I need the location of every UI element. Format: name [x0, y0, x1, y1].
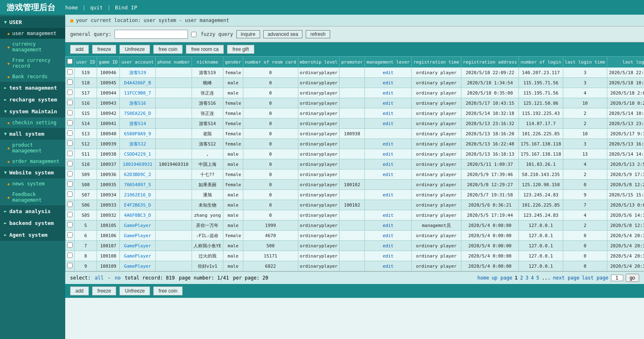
page-home-link[interactable]: home [477, 275, 489, 281]
td-account[interactable]: 62D3BD9C_2 [119, 170, 155, 180]
sidebar-item-order[interactable]: ◆ order management [0, 156, 65, 167]
td-account[interactable]: GamePlayer [119, 241, 155, 251]
td-account[interactable]: GamePlayer [119, 220, 155, 231]
edit-link[interactable]: edit [383, 111, 394, 116]
page-next-link[interactable]: next page [553, 275, 580, 281]
bottom-unfreeze-button[interactable]: Unfreeze [119, 286, 150, 295]
edit-link[interactable]: edit [383, 152, 394, 157]
sidebar-section-test[interactable]: ► test management [0, 82, 65, 94]
account-link[interactable]: GamePlayer [124, 264, 151, 269]
edit-link[interactable]: edit [383, 233, 394, 238]
td-account[interactable]: 6S80F0A9_9 [119, 129, 155, 139]
page-3[interactable]: 3 [525, 275, 528, 281]
account-link[interactable]: 4A6F0BC3_D [124, 213, 151, 218]
edit-link[interactable]: edit [383, 141, 394, 147]
account-link[interactable]: 7S0EA226_D [124, 111, 151, 116]
account-link[interactable]: 游客S19 [129, 70, 146, 75]
free-coin-button[interactable]: free coin [153, 45, 183, 54]
td-account[interactable]: 游客S14 [119, 119, 155, 129]
select-no-link[interactable]: no [115, 275, 121, 281]
td-account[interactable]: D4A4266F_B [119, 78, 155, 88]
td-account[interactable]: 11FCC9B0_7 [119, 88, 155, 98]
page-up-link[interactable]: up page [492, 275, 512, 281]
page-4[interactable]: 4 [531, 275, 534, 281]
account-link[interactable]: 游客S14 [129, 121, 146, 126]
refresh-button[interactable]: refresh [306, 30, 330, 38]
account-link[interactable]: 62D3BD9C_2 [124, 172, 151, 177]
go-button[interactable]: go [626, 274, 639, 282]
bottom-freeze-button[interactable]: freeze [92, 286, 116, 295]
sidebar-section-backend[interactable]: ► backend system [0, 217, 65, 229]
sidebar-item-free-currency-record[interactable]: ◆ Free currency record [0, 55, 65, 71]
sidebar-section-user[interactable]: ▼ USER [0, 16, 65, 28]
sidebar-item-checkin[interactable]: ◆ checkin setting [0, 117, 65, 128]
edit-link[interactable]: edit [383, 121, 394, 126]
account-link[interactable]: GamePlayer [124, 233, 151, 238]
edit-link[interactable]: edit [383, 80, 394, 86]
td-account[interactable]: GamePlayer [119, 261, 155, 271]
sidebar-item-news[interactable]: ◆ news system [0, 178, 65, 189]
page-input[interactable] [611, 275, 623, 281]
sidebar-item-bank-records[interactable]: ◆ Bank records [0, 71, 65, 82]
edit-link[interactable]: edit [383, 172, 394, 177]
page-last-link[interactable]: last page [582, 275, 609, 281]
td-account[interactable]: 4A6F0BC3_D [119, 210, 155, 220]
account-link[interactable]: 游客S16 [129, 101, 146, 106]
td-account[interactable]: 7S0EA226_D [119, 108, 155, 119]
sidebar-item-currency-management[interactable]: ◆ currency management [0, 39, 65, 55]
td-account[interactable]: 游客S19 [119, 68, 155, 78]
account-link[interactable]: CSDD4229_1 [124, 152, 151, 157]
free-gift-button[interactable]: free gift [227, 45, 254, 54]
sidebar-item-user-management[interactable]: ◆ user management [0, 28, 65, 39]
edit-link[interactable]: edit [383, 223, 394, 228]
unfreeze-button[interactable]: Unfreeze [119, 45, 150, 54]
edit-link[interactable]: edit [383, 243, 394, 249]
edit-link[interactable]: edit [383, 162, 394, 167]
sidebar-section-data[interactable]: ► data analysis [0, 205, 65, 217]
select-all-checkbox[interactable] [67, 59, 73, 64]
td-account[interactable]: CSDD4229_1 [119, 149, 155, 159]
sidebar-section-agent[interactable]: ► Agent system [0, 229, 65, 241]
general-query-input[interactable] [115, 30, 188, 39]
td-account[interactable]: GamePlayer [119, 231, 155, 241]
account-link[interactable]: 18019469931 [123, 162, 152, 167]
edit-link[interactable]: edit [383, 253, 394, 259]
select-all-link[interactable]: all [95, 275, 104, 281]
account-link[interactable]: 70A54097_S [124, 182, 151, 187]
account-link[interactable]: GamePlayer [124, 243, 151, 249]
add-button[interactable]: add [70, 45, 89, 54]
fuzzy-query-checkbox[interactable] [191, 32, 196, 37]
sidebar-section-recharge[interactable]: ► recharge system [0, 94, 65, 106]
sidebar-item-feedback[interactable]: ◆ Feedback management [0, 189, 65, 205]
account-link[interactable]: 11FCC9B0_7 [124, 90, 151, 96]
td-account[interactable]: GamePlayer [119, 251, 155, 261]
edit-link[interactable]: edit [383, 192, 394, 198]
sidebar-section-system[interactable]: ▼ system Maintain [0, 106, 65, 117]
nav-bindip[interactable]: Bind IP [115, 4, 137, 11]
td-account[interactable]: 游客S16 [119, 98, 155, 108]
freeze-button[interactable]: freeze [92, 45, 116, 54]
edit-link[interactable]: edit [383, 213, 394, 218]
td-account[interactable]: 21062E16_D [119, 190, 155, 200]
account-link[interactable]: D4A4266F_B [124, 80, 151, 86]
page-1[interactable]: 1 [515, 275, 518, 281]
edit-link[interactable]: edit [383, 70, 394, 75]
edit-link[interactable]: edit [383, 264, 394, 269]
account-link[interactable]: GamePlayer [124, 223, 151, 228]
page-2[interactable]: 2 [520, 275, 523, 281]
sidebar-item-product[interactable]: ◆ product management [0, 140, 65, 156]
bottom-free-coin-button[interactable]: free coin [153, 286, 183, 295]
account-link[interactable]: 6S80F0A9_9 [124, 131, 151, 136]
account-link[interactable]: 21062E16_D [124, 192, 151, 198]
td-account[interactable]: E4F2B63S_D [119, 200, 155, 210]
account-link[interactable]: E4F2B63S_D [124, 203, 151, 208]
account-link[interactable]: 游客S12 [129, 141, 146, 147]
sidebar-section-mall[interactable]: ▼ mall system [0, 128, 65, 140]
td-account[interactable]: 18019469931 [119, 159, 155, 170]
inquire-button[interactable]: inquire [236, 30, 260, 38]
td-account[interactable]: 游客S12 [119, 139, 155, 149]
advanced-search-button[interactable]: advanced sea [263, 30, 303, 38]
free-room-ca-button[interactable]: free room ca [186, 45, 224, 54]
td-account[interactable]: 70A54097_S [119, 180, 155, 190]
sidebar-section-website[interactable]: ▼ Website system [0, 167, 65, 178]
